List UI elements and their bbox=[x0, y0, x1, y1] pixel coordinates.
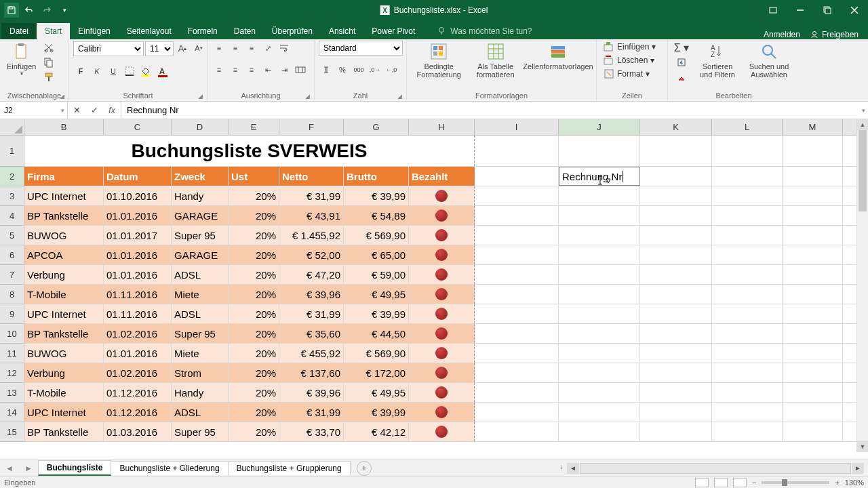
data-cell[interactable]: 20% bbox=[229, 265, 279, 284]
data-cell[interactable] bbox=[409, 285, 475, 304]
clear-icon[interactable] bbox=[672, 70, 691, 84]
cell[interactable] bbox=[783, 422, 843, 441]
fill-color-icon[interactable] bbox=[138, 64, 153, 78]
ribbon-display-icon[interactable] bbox=[760, 0, 787, 20]
row-header[interactable]: 3 bbox=[0, 186, 24, 206]
data-cell[interactable]: UPC Internet bbox=[24, 304, 104, 323]
italic-button[interactable]: K bbox=[90, 64, 104, 78]
minimize-icon[interactable] bbox=[787, 0, 814, 20]
data-cell[interactable]: GARAGE bbox=[172, 206, 229, 225]
data-cell[interactable]: € 39,96 bbox=[279, 285, 344, 304]
data-cell[interactable]: ADSL bbox=[172, 403, 229, 422]
column-header[interactable]: K bbox=[640, 119, 712, 135]
cell[interactable] bbox=[712, 383, 783, 402]
data-cell[interactable]: 01.12.2016 bbox=[104, 403, 172, 422]
sheet-tab[interactable]: Buchungsliste bbox=[38, 460, 112, 476]
cell[interactable] bbox=[783, 167, 843, 186]
merge-icon[interactable] bbox=[293, 63, 308, 77]
data-cell[interactable]: Super 95 bbox=[172, 422, 229, 441]
column-header[interactable]: E bbox=[229, 119, 279, 135]
cell[interactable] bbox=[475, 383, 559, 402]
cell[interactable] bbox=[640, 265, 712, 284]
column-header[interactable]: G bbox=[344, 119, 409, 135]
tab-einfugen[interactable]: Einfügen bbox=[70, 23, 118, 39]
data-cell[interactable]: € 39,99 bbox=[344, 403, 409, 422]
format-as-table-button[interactable]: Als Tabelle formatieren bbox=[469, 41, 521, 80]
data-cell[interactable]: ADSL bbox=[172, 265, 229, 284]
cell[interactable] bbox=[712, 245, 783, 264]
cell[interactable] bbox=[783, 265, 843, 284]
data-cell[interactable]: € 172,00 bbox=[344, 363, 409, 382]
insert-cells-button[interactable]: Einfügen ▾ bbox=[601, 41, 658, 53]
page-break-view-icon[interactable] bbox=[733, 478, 747, 487]
scroll-right-icon[interactable]: ► bbox=[852, 463, 864, 474]
align-center-icon[interactable]: ≡ bbox=[228, 63, 243, 77]
data-cell[interactable]: 20% bbox=[229, 324, 279, 343]
data-cell[interactable] bbox=[409, 304, 475, 323]
bold-button[interactable]: F bbox=[73, 64, 88, 78]
data-cell[interactable]: € 65,00 bbox=[344, 245, 409, 264]
cell[interactable] bbox=[712, 304, 783, 323]
cell[interactable] bbox=[640, 226, 712, 245]
cell[interactable] bbox=[640, 383, 712, 402]
cell[interactable] bbox=[640, 245, 712, 264]
accounting-icon[interactable] bbox=[319, 63, 334, 77]
data-cell[interactable]: Miete bbox=[172, 285, 229, 304]
formula-bar[interactable]: Rechnung Nr bbox=[121, 102, 868, 119]
data-cell[interactable] bbox=[409, 324, 475, 343]
cell[interactable] bbox=[712, 226, 783, 245]
cell[interactable] bbox=[475, 422, 559, 441]
name-box[interactable]: J2 bbox=[0, 102, 68, 119]
decrease-decimal-icon[interactable]: ←,0 bbox=[384, 63, 399, 77]
scroll-up-icon[interactable]: ▲ bbox=[857, 119, 868, 130]
column-header[interactable]: M bbox=[783, 119, 843, 135]
table-header-cell[interactable]: Bezahlt bbox=[409, 167, 475, 186]
data-cell[interactable]: Handy bbox=[172, 186, 229, 205]
data-cell[interactable]: 01.01.2016 bbox=[104, 265, 172, 284]
row-header[interactable]: 9 bbox=[0, 304, 24, 324]
cell[interactable] bbox=[475, 344, 559, 363]
cell-styles-button[interactable]: Zellenformatvorlagen bbox=[524, 41, 592, 72]
cell[interactable] bbox=[783, 363, 843, 382]
sheet-nav-next-icon[interactable]: ► bbox=[19, 464, 38, 473]
data-cell[interactable]: € 137,60 bbox=[279, 363, 344, 382]
cell[interactable] bbox=[640, 304, 712, 323]
column-header[interactable]: D bbox=[172, 119, 229, 135]
worksheet-grid[interactable]: BCDEFGHIJKLM 123456789101112131415 Buchu… bbox=[0, 119, 868, 465]
column-header[interactable]: I bbox=[475, 119, 559, 135]
row-header[interactable]: 14 bbox=[0, 403, 24, 422]
cell[interactable] bbox=[559, 285, 640, 304]
table-header-cell[interactable]: Netto bbox=[279, 167, 344, 186]
data-cell[interactable]: € 49,95 bbox=[344, 383, 409, 402]
data-cell[interactable]: Super 95 bbox=[172, 324, 229, 343]
data-cell[interactable]: Handy bbox=[172, 383, 229, 402]
cell[interactable] bbox=[475, 206, 559, 225]
data-cell[interactable] bbox=[409, 383, 475, 402]
cell[interactable] bbox=[712, 363, 783, 382]
select-all-button[interactable] bbox=[0, 119, 24, 135]
data-cell[interactable]: GARAGE bbox=[172, 245, 229, 264]
data-cell[interactable]: € 35,60 bbox=[279, 324, 344, 343]
align-bottom-icon[interactable]: ≡ bbox=[244, 41, 259, 55]
cell[interactable] bbox=[712, 167, 783, 186]
data-cell[interactable] bbox=[409, 206, 475, 225]
tell-me[interactable]: Was möchten Sie tun? bbox=[430, 23, 538, 39]
data-cell[interactable]: 01.12.2016 bbox=[104, 383, 172, 402]
cell[interactable] bbox=[559, 136, 640, 166]
data-cell[interactable]: € 52,00 bbox=[279, 245, 344, 264]
align-middle-icon[interactable]: ≡ bbox=[228, 41, 243, 55]
data-cell[interactable]: 20% bbox=[229, 304, 279, 323]
data-cell[interactable]: € 42,12 bbox=[344, 422, 409, 441]
cell[interactable] bbox=[640, 136, 712, 166]
cell[interactable] bbox=[783, 383, 843, 402]
data-cell[interactable]: € 31,99 bbox=[279, 304, 344, 323]
cell[interactable] bbox=[640, 206, 712, 225]
cell[interactable] bbox=[712, 422, 783, 441]
page-layout-view-icon[interactable] bbox=[714, 478, 728, 487]
autosum-icon[interactable]: Σ ▾ bbox=[672, 41, 691, 54]
data-cell[interactable]: € 569,90 bbox=[344, 344, 409, 363]
row-header[interactable]: 1 bbox=[0, 136, 24, 167]
cell[interactable] bbox=[559, 186, 640, 205]
underline-button[interactable]: U bbox=[106, 64, 121, 78]
cell[interactable] bbox=[559, 383, 640, 402]
